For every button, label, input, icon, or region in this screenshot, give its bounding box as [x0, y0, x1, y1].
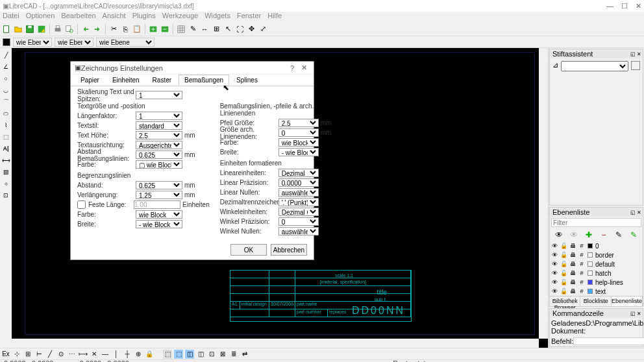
winkelnull-select[interactable]: auswählen:	[279, 227, 319, 235]
close-button[interactable]: ✕	[636, 2, 641, 10]
deztrenn-select[interactable]: '.' (Punkt)	[279, 198, 319, 206]
eye-icon[interactable]: 👁	[551, 252, 558, 258]
tab-splines[interactable]: Splines	[230, 75, 264, 86]
pen-select[interactable]	[561, 61, 628, 71]
eye-icon[interactable]: 👁	[551, 279, 558, 285]
layer-show-all-icon[interactable]: 👁	[554, 230, 564, 240]
dimension-tool-icon[interactable]: ⟷	[1, 156, 10, 165]
cancel-button[interactable]: Abbrechen	[271, 244, 307, 256]
layer-color-select[interactable]: wie Ebene	[13, 38, 52, 47]
ellipse-tool-icon[interactable]: ⬭	[1, 109, 10, 118]
panel-float-icon[interactable]: ◱	[630, 210, 636, 215]
panel-float-icon[interactable]: ◱	[630, 51, 636, 57]
tab-bemassungen[interactable]: Bemaßungen	[179, 75, 229, 86]
exclusive-snap-icon[interactable]: Ex	[1, 350, 10, 359]
undo-icon[interactable]	[80, 24, 91, 34]
sel-single-icon[interactable]: ◫	[185, 350, 194, 359]
linnull-select[interactable]: auswählen:	[279, 188, 319, 197]
zoom-all-icon[interactable]: ⊞	[211, 24, 221, 34]
construct-icon[interactable]: #	[578, 288, 585, 295]
menu-fenster[interactable]: Fenster	[237, 12, 261, 22]
layer-filter-input[interactable]	[551, 218, 641, 227]
dialog-help-icon[interactable]: ?	[286, 64, 298, 72]
layer-row[interactable]: 👁🔓🖶#border	[550, 250, 643, 259]
layer-row[interactable]: 👁🔓🖶#hatch	[550, 269, 643, 278]
construct-icon[interactable]: #	[578, 261, 585, 267]
panel-close-icon[interactable]: ✕	[637, 311, 641, 317]
textstil-select[interactable]: standard	[136, 121, 182, 130]
sel-contour-icon[interactable]: ◫	[196, 350, 205, 359]
menu-optionen[interactable]: Optionen	[26, 12, 55, 22]
sel-deselect-icon[interactable]: ⬚	[163, 350, 172, 359]
relative-zero-icon[interactable]: ⊕	[134, 350, 143, 359]
saveas-icon[interactable]	[36, 24, 47, 34]
panel-float-icon[interactable]: ◱	[630, 311, 636, 317]
sel-all-icon[interactable]: ⬚	[174, 350, 183, 359]
print-icon[interactable]: 🖶	[569, 279, 576, 285]
pen-pick-icon[interactable]: ⊿	[552, 61, 558, 71]
construct-icon[interactable]: #	[578, 279, 585, 285]
redo-icon[interactable]	[92, 24, 103, 34]
new-icon[interactable]	[1, 24, 12, 34]
layer-row[interactable]: 👁🔓🖶#default	[550, 259, 643, 269]
construct-icon[interactable]: #	[578, 243, 585, 249]
layer-width-select[interactable]: wie Ebene	[55, 38, 93, 47]
restrict-ortho-icon[interactable]: ┼	[123, 350, 132, 359]
menu-ansicht[interactable]: Ansicht	[103, 12, 126, 22]
menu-widgets[interactable]: Widgets	[204, 12, 230, 22]
color-swatch[interactable]	[3, 38, 10, 46]
line-tool-icon[interactable]: ╱	[1, 51, 10, 60]
construct-icon[interactable]: #	[578, 270, 585, 276]
horizontal-scrollbar[interactable]	[12, 339, 539, 348]
layer-hide-all-icon[interactable]: 👁	[569, 230, 579, 240]
modify-tool-icon[interactable]: ⟐	[1, 179, 10, 188]
minimize-button[interactable]: —	[606, 2, 613, 10]
snap-endpoint-icon[interactable]: ⊢	[34, 350, 43, 359]
cut-icon[interactable]: ✂	[108, 24, 119, 34]
ok-button[interactable]: OK	[230, 244, 267, 256]
abstand-select[interactable]: 0.625	[136, 181, 182, 189]
lock-icon[interactable]: 🔓	[560, 288, 567, 295]
sel-intersected-icon[interactable]: ⊠	[218, 350, 227, 359]
tab-papier[interactable]: Papier	[75, 75, 105, 86]
arc-tool-icon[interactable]: ⌒	[1, 97, 10, 106]
angle-tool-icon[interactable]: ∠	[1, 62, 10, 71]
zoom-prev-icon[interactable]: ↖	[223, 24, 233, 34]
layer-row[interactable]: 👁🔓🖶#0	[550, 241, 643, 250]
panel-close-icon[interactable]: ✕	[637, 51, 641, 57]
texthoehe-select[interactable]: 2.5	[136, 131, 182, 139]
restrict-h-icon[interactable]: —	[101, 350, 110, 359]
info-tool-icon[interactable]: ⊡	[1, 191, 10, 200]
laengen-select[interactable]: 1	[136, 112, 182, 120]
zoom-sel-icon[interactable]: ⤢	[258, 24, 268, 34]
winkeleinh-select[interactable]: Dezimal Grad	[279, 208, 319, 216]
zoom-window-icon[interactable]: ⛶	[234, 24, 245, 34]
tab-raster[interactable]: Raster	[147, 75, 177, 86]
curve-tool-icon[interactable]: ◡	[1, 86, 10, 95]
lineareinh-select[interactable]: Dezimal	[279, 169, 319, 177]
sel-layer-icon[interactable]: ≣	[229, 350, 238, 359]
copy-icon[interactable]: ⎘	[120, 24, 130, 34]
print-icon[interactable]: 🖶	[569, 252, 576, 258]
cmd-input[interactable]	[573, 337, 644, 345]
layer-rename-icon[interactable]: ✎	[628, 230, 639, 240]
r-breite-select[interactable]: - wie Block	[279, 148, 319, 156]
menu-datei[interactable]: Datei	[3, 12, 19, 22]
paste-icon[interactable]: 📋	[132, 24, 142, 34]
panel-close-icon[interactable]: ✕	[637, 210, 641, 215]
ruler-icon[interactable]: ↔	[199, 24, 210, 34]
snap-intersection-icon[interactable]: ✕	[90, 350, 99, 359]
print-icon[interactable]: 🖶	[569, 243, 576, 249]
circle-tool-icon[interactable]: ○	[1, 74, 10, 83]
farbe-select[interactable]: ▢ wie Block	[136, 160, 182, 169]
snap-middle-icon[interactable]: ⋯	[68, 350, 77, 359]
snap-on-entity-icon[interactable]: ╱	[45, 350, 55, 359]
zoom-in-icon[interactable]	[148, 24, 158, 34]
layer-row[interactable]: 👁🔓🖶#help-lines	[550, 278, 643, 287]
tab-layerlist[interactable]: Ebenenliste	[612, 296, 643, 306]
dialog-close-icon[interactable]: ✕	[298, 64, 310, 72]
linienenden-select[interactable]: 0	[279, 128, 319, 137]
print-icon[interactable]: 🖶	[569, 288, 576, 295]
lock-icon[interactable]: 🔓	[560, 261, 567, 267]
tab-library[interactable]: Bibliothek Browser	[550, 296, 580, 306]
